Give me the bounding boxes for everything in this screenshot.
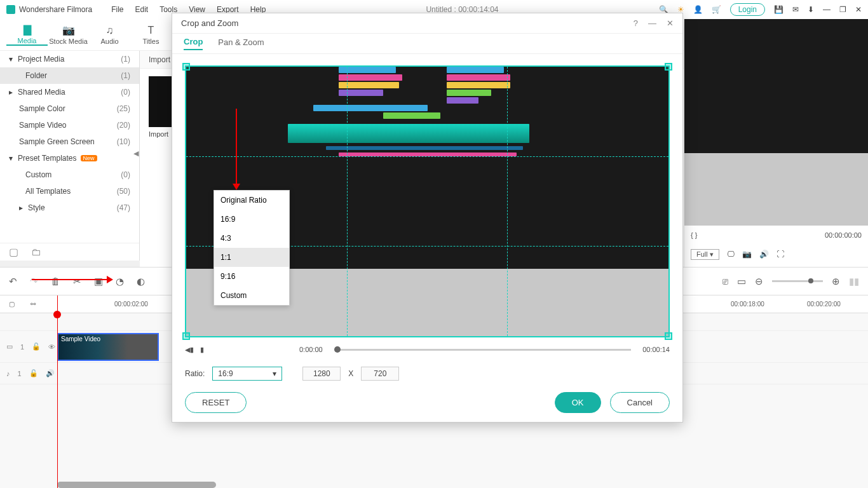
- crop-handle-tl[interactable]: [182, 63, 190, 71]
- message-icon[interactable]: ✉: [792, 5, 799, 14]
- play-icon[interactable]: ▮: [200, 346, 204, 354]
- menu-file[interactable]: File: [111, 5, 123, 14]
- tab-media[interactable]: ▇Media: [6, 24, 48, 46]
- tick-3: 00:00:20:00: [807, 301, 841, 308]
- tab-audio[interactable]: ♫Audio: [89, 25, 130, 45]
- speed-icon[interactable]: ◔: [116, 276, 124, 287]
- quality-select[interactable]: Full ▾: [691, 249, 719, 260]
- annotation-arrow-ratio: [236, 109, 237, 185]
- media-thumbnail-label: Import: [149, 130, 168, 138]
- sidebar-item-sample-color[interactable]: Sample Color(25): [0, 100, 139, 117]
- tick-2: 00:00:18:00: [731, 301, 764, 308]
- ratio-option-16-9[interactable]: 16:9: [214, 210, 289, 229]
- maximize-icon[interactable]: ❐: [839, 5, 846, 14]
- tab-stock-label: Stock Media: [49, 37, 88, 45]
- playback-row: ◀▮ ▮ 0:00:00 00:00:14: [185, 341, 670, 358]
- ratio-option-custom[interactable]: Custom: [214, 286, 289, 305]
- ratio-option-9-16[interactable]: 9:16: [214, 267, 289, 286]
- record-icon[interactable]: ▢: [9, 301, 15, 308]
- sidebar-item-sample-video[interactable]: Sample Video(20): [0, 117, 139, 133]
- crop-handle-br[interactable]: [665, 332, 672, 340]
- menu-edit[interactable]: Edit: [135, 5, 149, 14]
- tab-crop[interactable]: Crop: [184, 37, 203, 50]
- fit-icon[interactable]: ▮▮: [849, 276, 859, 287]
- dialog-title: Crop and Zoom: [181, 18, 238, 28]
- dialog-close-icon[interactable]: ✕: [667, 18, 674, 28]
- sidebar-item-all-templates[interactable]: All Templates(50): [0, 183, 139, 200]
- sidebar-item-preset-templates[interactable]: ▾Preset TemplatesNew: [0, 150, 139, 166]
- download-icon[interactable]: ⬇: [808, 5, 814, 14]
- minimize-icon[interactable]: —: [823, 5, 831, 14]
- cancel-button[interactable]: Cancel: [610, 392, 670, 413]
- fullscreen-icon[interactable]: ⛶: [776, 250, 784, 259]
- help-icon[interactable]: ?: [634, 18, 638, 28]
- dialog-titlebar: Crop and Zoom ? — ✕: [172, 13, 682, 34]
- tick-1: 00:00:02:00: [114, 301, 148, 308]
- zoom-in-icon[interactable]: ⊕: [832, 276, 840, 287]
- volume-icon[interactable]: 🔊: [759, 250, 769, 259]
- monitor-icon[interactable]: 🖵: [727, 250, 735, 259]
- audio-track-icon: ♪: [6, 370, 10, 377]
- link-icon[interactable]: ⚯: [31, 301, 36, 308]
- height-input[interactable]: 720: [361, 367, 399, 381]
- login-button[interactable]: Login: [730, 3, 765, 16]
- save-icon[interactable]: 💾: [774, 5, 783, 14]
- ratio-row: Ratio: 16:9▾ 1280 X 720: [185, 367, 399, 381]
- tab-stock-media[interactable]: 📷Stock Media: [48, 24, 89, 45]
- ratio-option-1-1[interactable]: 1:1: [214, 248, 289, 267]
- clip-label: Sample Video: [61, 336, 100, 342]
- sidebar-item-style[interactable]: ▸Style(47): [0, 200, 139, 216]
- undo-icon[interactable]: ↶: [9, 276, 17, 287]
- lock-icon-2[interactable]: 🔓: [29, 369, 38, 377]
- reset-button[interactable]: RESET: [185, 392, 247, 413]
- cart-icon[interactable]: 🛒: [712, 5, 721, 14]
- sidebar-footer: ▢ 🗀: [0, 243, 139, 261]
- eye-icon[interactable]: 👁: [48, 343, 55, 351]
- zoom-slider[interactable]: [772, 280, 823, 282]
- folder-icon[interactable]: 🗀: [31, 247, 41, 258]
- color-icon[interactable]: ◐: [137, 276, 145, 287]
- playback-slider[interactable]: [334, 349, 631, 351]
- video-track-icon: ▭: [6, 342, 13, 351]
- add-folder-icon[interactable]: ▢: [9, 246, 18, 258]
- ratio-select[interactable]: 16:9▾: [212, 367, 282, 381]
- chevron-down-icon: ▾: [273, 369, 276, 378]
- ratio-option-4-3[interactable]: 4:3: [214, 229, 289, 248]
- sidebar-item-shared-media[interactable]: ▸Shared Media(0): [0, 84, 139, 100]
- speaker-icon[interactable]: 🔊: [46, 369, 55, 377]
- crop-handle-bl[interactable]: [182, 332, 190, 340]
- close-icon[interactable]: ✕: [855, 5, 862, 14]
- sidebar-item-folder[interactable]: Folder(1): [0, 67, 139, 84]
- ratio-option-original[interactable]: Original Ratio: [214, 191, 289, 210]
- sidebar-item-project-media[interactable]: ▾Project Media(1): [0, 51, 139, 67]
- video-clip[interactable]: Sample Video: [57, 333, 159, 361]
- snapshot-icon[interactable]: 📷: [742, 250, 752, 259]
- width-input[interactable]: 1280: [302, 367, 341, 381]
- delete-icon[interactable]: 🗑: [51, 276, 60, 287]
- zoom-out-icon[interactable]: ⊖: [755, 276, 763, 287]
- tab-pan-zoom[interactable]: Pan & Zoom: [218, 37, 264, 50]
- user-icon[interactable]: 👤: [693, 5, 703, 14]
- dialog-tabs: Crop Pan & Zoom: [172, 34, 682, 54]
- lock-icon[interactable]: 🔓: [32, 342, 41, 351]
- tab-audio-label: Audio: [100, 37, 118, 45]
- timeline-scrollbar[interactable]: [57, 482, 216, 488]
- step-back-icon[interactable]: ◀▮: [185, 346, 194, 354]
- app-logo: [6, 5, 15, 14]
- panel-collapse-icon[interactable]: ◀: [133, 149, 139, 158]
- ok-button[interactable]: OK: [555, 392, 601, 413]
- tab-titles[interactable]: TTitles: [130, 25, 172, 45]
- crop-handle-tr[interactable]: [665, 63, 672, 71]
- preview-panel: { } 00:00:00:00 Full ▾ 🖵 📷 🔊 ⛶: [684, 19, 868, 267]
- sidebar-item-sample-green[interactable]: Sample Green Screen(10): [0, 133, 139, 150]
- dialog-minimize-icon[interactable]: —: [648, 18, 656, 28]
- marker-add-icon[interactable]: ▭: [737, 276, 746, 287]
- time-start: 0:00:00: [299, 346, 323, 353]
- redo-icon[interactable]: ↷: [30, 276, 38, 287]
- playhead[interactable]: [57, 295, 58, 488]
- mixer-icon[interactable]: ⎚: [722, 276, 728, 287]
- title-right-icons: 🔍 ☀ 👤 🛒 Login 💾 ✉ ⬇ — ❐ ✕: [659, 3, 862, 16]
- split-icon[interactable]: ✂: [73, 276, 81, 287]
- crop-icon[interactable]: ▣: [94, 276, 103, 287]
- sidebar-item-custom[interactable]: Custom(0): [0, 166, 139, 183]
